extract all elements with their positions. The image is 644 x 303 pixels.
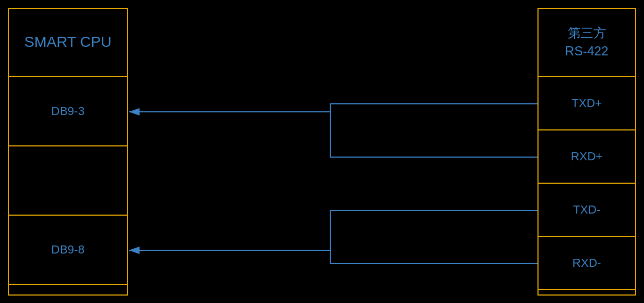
rxdminus-label: RXD- xyxy=(573,256,601,270)
right-row-bottom xyxy=(537,290,636,296)
left-header: SMART CPU xyxy=(8,8,128,77)
smart-cpu-label: SMART CPU xyxy=(25,34,112,51)
rxdplus-label: RXD+ xyxy=(571,150,602,163)
right-row-rxdplus: RXD+ xyxy=(537,130,636,184)
third-party-label-line2: RS-422 xyxy=(565,42,608,60)
right-row-txdminus: TXD- xyxy=(537,184,636,237)
right-row-txdplus: TXD+ xyxy=(537,77,636,130)
db9-3-label: DB9-3 xyxy=(51,104,84,118)
right-header: 第三方 RS-422 xyxy=(537,8,636,77)
txdplus-label: TXD+ xyxy=(572,96,602,110)
left-row-db9-3: DB9-3 xyxy=(8,77,128,146)
txdminus-label: TXD- xyxy=(573,203,600,217)
left-row-bottom xyxy=(8,285,128,296)
third-party-label-line1: 第三方 xyxy=(568,24,606,42)
db9-8-label: DB9-8 xyxy=(51,243,84,257)
diagram-container: SMART CPU DB9-3 DB9-8 第三方 RS-422 TXD+ RX… xyxy=(0,0,644,303)
left-row-db9-8: DB9-8 xyxy=(8,216,128,285)
right-row-rxdminus: RXD- xyxy=(537,237,636,290)
left-row-empty-1 xyxy=(8,146,128,216)
